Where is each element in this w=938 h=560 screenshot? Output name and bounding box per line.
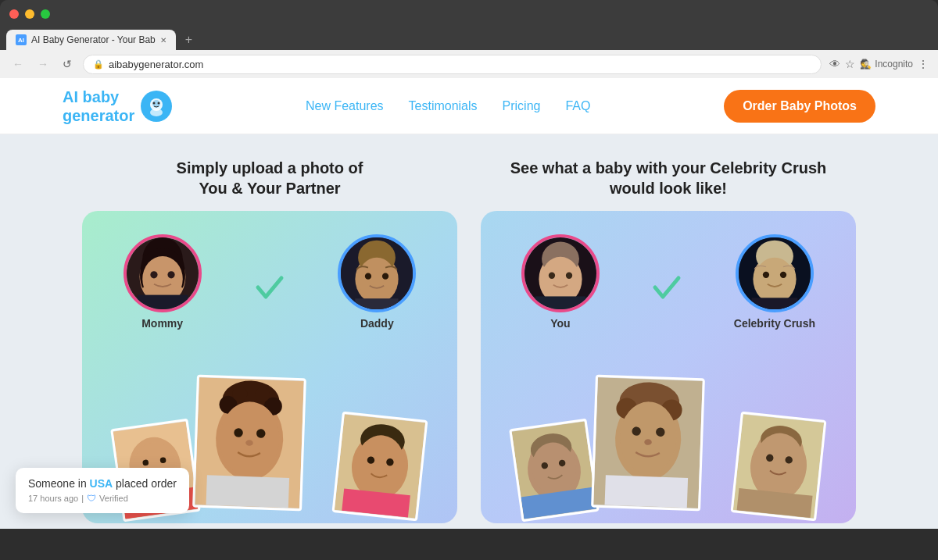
- left-section-title: Simply upload a photo ofYou & Your Partn…: [82, 158, 457, 198]
- url-text: aibabygenerator.com: [109, 59, 203, 70]
- mommy-avatar: [124, 234, 202, 312]
- svg-rect-11: [137, 295, 187, 309]
- you-label: You: [521, 317, 600, 330]
- svg-point-4: [158, 102, 160, 104]
- maximize-button[interactable]: [41, 9, 50, 19]
- svg-rect-53: [535, 296, 585, 309]
- svg-rect-38: [206, 475, 290, 508]
- checkmark-right: [651, 272, 682, 330]
- back-button[interactable]: ←: [9, 56, 27, 72]
- you-avatar: [521, 234, 600, 312]
- left-section: Simply upload a photo ofYou & Your Partn…: [82, 158, 457, 505]
- tab-favicon: AI: [16, 34, 27, 45]
- social-proof-prefix: Someone in: [28, 477, 90, 490]
- baby-collage-right: [499, 337, 837, 517]
- tab-close-icon[interactable]: ✕: [160, 36, 166, 45]
- browser-chrome: AI AI Baby Generator - Your Bab ✕ + ← → …: [0, 0, 938, 78]
- nav-link-faq[interactable]: FAQ: [565, 99, 590, 113]
- right-section-title: See what a baby with your Celebrity Crus…: [481, 158, 856, 198]
- minimize-button[interactable]: [25, 9, 34, 19]
- titlebar: [0, 0, 938, 28]
- right-section: See what a baby with your Celebrity Crus…: [481, 158, 856, 505]
- logo[interactable]: AI baby generator: [63, 87, 172, 125]
- logo-icon: [141, 91, 172, 122]
- parent-mommy: Mommy: [124, 234, 202, 330]
- nav-link-testimonials[interactable]: Testimonials: [409, 99, 478, 113]
- incognito-button[interactable]: 🕵 Incognito: [860, 59, 913, 70]
- social-proof-popup: Someone in USA placed order 17 hours ago…: [16, 468, 189, 513]
- nav-links: New Features Testimonials Pricing FAQ: [306, 99, 591, 113]
- svg-point-50: [541, 257, 580, 301]
- daddy-label: Daddy: [338, 317, 416, 330]
- parent-you: You: [521, 234, 600, 330]
- baby-photo-3: [332, 412, 428, 522]
- main-content: Simply upload a photo ofYou & Your Partn…: [0, 134, 938, 529]
- svg-point-59: [780, 272, 786, 278]
- nav-link-new-features[interactable]: New Features: [306, 99, 384, 113]
- svg-rect-78: [605, 475, 689, 508]
- logo-text-line2: generator: [63, 106, 134, 125]
- celebrity-label: Celebrity Crush: [734, 317, 815, 330]
- baby-photo-right-2: [591, 375, 705, 512]
- tab-title: AI Baby Generator - Your Bab: [31, 34, 156, 45]
- baby-photo-2: [192, 375, 306, 512]
- parent-daddy: Daddy: [338, 234, 416, 330]
- svg-point-3: [153, 102, 156, 104]
- daddy-avatar: [338, 234, 416, 312]
- website: AI baby generator New Features Testimoni…: [0, 78, 938, 529]
- social-proof-title: Someone in USA placed order: [28, 477, 177, 490]
- baby-photo-right-1: [509, 419, 600, 523]
- new-tab-button[interactable]: +: [179, 30, 199, 50]
- svg-point-9: [150, 271, 157, 278]
- close-button[interactable]: [9, 9, 19, 19]
- social-proof-country: USA: [90, 477, 113, 490]
- active-tab[interactable]: AI AI Baby Generator - Your Bab ✕: [6, 30, 176, 50]
- svg-point-10: [167, 271, 174, 278]
- svg-point-57: [755, 258, 794, 301]
- logo-text-line1: AI baby: [63, 87, 134, 106]
- separator: |: [81, 494, 84, 503]
- order-button[interactable]: Order Baby Photos: [724, 90, 875, 123]
- verified-icon: 🛡: [87, 493, 96, 504]
- address-bar: ← → ↺ 🔒 aibabygenerator.com 👁 ☆ 🕵 Incogn…: [0, 50, 938, 78]
- svg-point-52: [566, 273, 572, 279]
- baby-photo-right-3: [731, 412, 827, 522]
- refresh-button[interactable]: ↺: [59, 56, 75, 72]
- social-proof-suffix: placed order: [113, 477, 177, 490]
- svg-point-17: [382, 273, 388, 280]
- verified-label: Verified: [99, 494, 128, 503]
- forward-button[interactable]: →: [34, 56, 52, 72]
- star-icon[interactable]: ☆: [845, 58, 855, 70]
- tab-bar: AI AI Baby Generator - Your Bab ✕ +: [0, 28, 938, 50]
- svg-point-58: [763, 272, 769, 278]
- parents-row-left: Mommy: [101, 234, 439, 330]
- parent-celebrity: Celebrity Crush: [734, 234, 815, 330]
- svg-point-2: [150, 109, 163, 116]
- svg-point-15: [358, 258, 396, 301]
- svg-rect-60: [751, 298, 797, 309]
- mommy-label: Mommy: [124, 317, 202, 330]
- navigation: AI baby generator New Features Testimoni…: [0, 78, 938, 134]
- right-demo-card: You: [481, 211, 856, 523]
- social-proof-meta: 17 hours ago | 🛡 Verified: [28, 493, 177, 504]
- nav-link-pricing[interactable]: Pricing: [503, 99, 541, 113]
- celebrity-avatar: [736, 234, 814, 312]
- lock-icon: 🔒: [93, 59, 104, 70]
- checkmark-left: [254, 272, 285, 330]
- menu-icon[interactable]: ⋮: [918, 58, 929, 70]
- parents-row-right: You: [499, 234, 837, 330]
- svg-point-16: [365, 273, 371, 280]
- social-proof-time: 17 hours ago: [28, 494, 78, 503]
- eye-slash-icon[interactable]: 👁: [829, 58, 840, 70]
- svg-rect-18: [356, 298, 399, 309]
- address-bar-actions: 👁 ☆ 🕵 Incognito ⋮: [829, 58, 929, 70]
- url-field[interactable]: 🔒 aibabygenerator.com: [83, 55, 822, 74]
- svg-point-51: [549, 273, 555, 279]
